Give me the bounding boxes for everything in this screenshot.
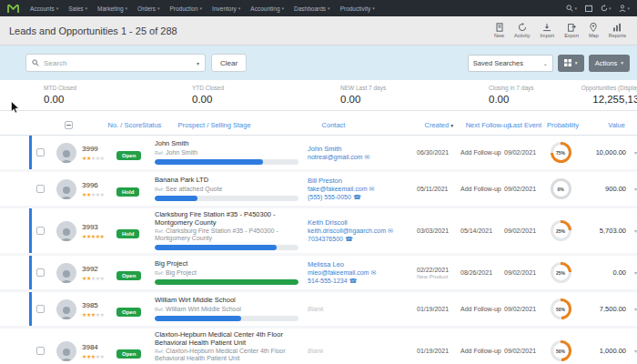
lead-number[interactable]: 3993 <box>82 223 116 231</box>
select-all-checkbox[interactable] <box>65 121 73 129</box>
value-cell: 10,000.00 <box>577 148 626 157</box>
lead-number[interactable]: 3996 <box>82 181 116 189</box>
contact-cell: Bill Prestonfake@fakeemail.com✉(555) 555… <box>308 177 417 201</box>
column-header-status[interactable]: Status <box>142 121 178 129</box>
lead-number[interactable]: 3999 <box>82 145 116 153</box>
kpi-stat: Opportunities (Displayed)12,255,132. <box>511 85 637 105</box>
search-input[interactable] <box>44 59 192 67</box>
import-button[interactable]: Import <box>541 23 555 38</box>
column-header-created[interactable]: Created▼ <box>424 121 465 129</box>
table-row[interactable]: 3996 ★★★★★ Hold Banana Park LTD Ref: See… <box>0 172 637 206</box>
menu-production[interactable]: Production▾ <box>170 5 203 12</box>
next-followup-cell[interactable]: Add Follow-up <box>460 186 504 192</box>
prospect-name: William Wirt Middle School <box>155 297 298 305</box>
menu-sales[interactable]: Sales▾ <box>68 5 87 12</box>
ref-text: Clarksburg Fire Station #35 - P450300 - … <box>155 228 278 241</box>
table-row[interactable]: 3993 ★★★★★ Hold Clarksburg Fire Station … <box>0 208 637 253</box>
next-followup-cell[interactable]: Add Follow-up <box>460 149 504 156</box>
phone-icon[interactable]: ☎ <box>353 194 361 200</box>
row-expand-caret-icon[interactable]: ▾ <box>626 186 637 192</box>
lead-number[interactable]: 3984 <box>82 343 116 351</box>
table-body: 3999 ★★★★★ Open John Smith Ref: John Smi… <box>0 136 637 364</box>
row-expand-caret-icon[interactable]: ▾ <box>626 149 637 156</box>
table-row[interactable]: 3984 ★★★★★ Open Claxton-Hepburn Medical … <box>0 329 637 364</box>
kpi-stat: YTD Closed0.00 <box>192 85 340 110</box>
history-icon[interactable]: ▾ <box>601 5 612 12</box>
reports-button[interactable]: Reports <box>609 23 626 38</box>
new-button[interactable]: New <box>494 23 504 38</box>
menu-inventory[interactable]: Inventory▾ <box>212 5 240 12</box>
user-icon[interactable]: ▾ <box>619 5 630 12</box>
contact-name-link[interactable]: Bill Preston <box>308 177 417 185</box>
next-followup-cell[interactable]: 05/14/2021 <box>460 228 504 234</box>
column-header-value[interactable]: Value <box>579 121 625 129</box>
phone-icon[interactable]: ☎ <box>345 236 353 242</box>
search-box: ▾ <box>25 54 206 72</box>
email-icon[interactable]: ✉ <box>364 154 369 160</box>
menu-accounts[interactable]: Accounts▾ <box>30 5 58 12</box>
contact-name-link[interactable]: Melissa Leo <box>308 260 417 268</box>
menu-productivity[interactable]: Productivity▾ <box>340 5 375 12</box>
table-row[interactable]: 3985 ★★★★★ Open William Wirt Middle Scho… <box>0 292 637 326</box>
actions-button[interactable]: Actions ▾ <box>589 55 630 72</box>
saved-searches-select[interactable]: Saved Searches ⌄ <box>468 55 553 72</box>
email-icon[interactable]: ✉ <box>369 186 374 192</box>
column-header-prospect[interactable]: Prospect / Selling Stage <box>178 121 322 129</box>
created-date: 01/19/2021 <box>417 348 460 354</box>
column-header-last[interactable]: Last Event <box>510 121 547 129</box>
table-row[interactable]: 3992 ★★★★★ Open Big Project Ref: Big Pro… <box>0 256 637 289</box>
row-checkbox[interactable] <box>36 227 45 235</box>
row-expand-caret-icon[interactable]: ▾ <box>626 348 637 354</box>
lead-number[interactable]: 3985 <box>82 301 116 309</box>
search-icon <box>32 59 39 66</box>
column-header-contact[interactable]: Contact <box>322 121 425 129</box>
contact-name-link[interactable]: John Smith <box>308 145 417 153</box>
calendar-icon[interactable] <box>585 5 592 12</box>
row-checkbox[interactable] <box>36 148 45 157</box>
created-date: 06/30/2021 <box>417 149 460 156</box>
clear-button[interactable]: Clear <box>211 54 247 72</box>
contact-cell: Blank <box>308 347 417 355</box>
row-checkbox[interactable] <box>36 347 45 355</box>
column-header-prob[interactable]: Probability <box>547 121 579 129</box>
kpi-stats-bar: MTD Closed0.00YTD Closed0.00NEW Last 7 d… <box>0 80 637 111</box>
email-icon[interactable]: ✉ <box>388 228 393 234</box>
export-button[interactable]: Export <box>564 23 579 38</box>
row-expand-caret-icon[interactable]: ▾ <box>626 306 637 312</box>
page-header: Leads and Opportunities 1 - 25 of 288 Ne… <box>0 16 637 46</box>
avatar <box>56 341 76 361</box>
table-row[interactable]: 3999 ★★★★★ Open John Smith Ref: John Smi… <box>0 136 637 169</box>
value-cell: 0.00 <box>577 268 626 277</box>
phone-icon[interactable]: ☎ <box>349 278 358 284</box>
map-button[interactable]: Map <box>589 23 599 38</box>
row-highlight-bar <box>29 208 32 253</box>
menu-dashboards[interactable]: Dashboards▾ <box>294 5 330 12</box>
main-menu: Accounts▾Sales▾Marketing▾Orders▾Producti… <box>30 5 375 12</box>
email-icon[interactable]: ✉ <box>370 269 376 276</box>
method-logo-icon[interactable] <box>7 4 19 14</box>
row-expand-caret-icon[interactable]: ▾ <box>626 228 637 234</box>
contact-name-link[interactable]: Keith Driscoll <box>308 218 417 227</box>
row-checkbox[interactable] <box>36 268 45 277</box>
action-label: Import <box>541 33 555 38</box>
row-expand-caret-icon[interactable]: ▾ <box>626 269 637 276</box>
row-checkbox[interactable] <box>36 305 45 313</box>
menu-orders[interactable]: Orders▾ <box>137 5 159 12</box>
score-stars: ★★★★★ <box>82 353 116 359</box>
search-icon[interactable]: ▾ <box>566 5 577 12</box>
next-followup-cell[interactable]: Add Follow-up <box>460 306 504 312</box>
row-highlight-bar <box>29 136 32 169</box>
menu-accounting[interactable]: Accounting▾ <box>250 5 284 12</box>
menu-marketing[interactable]: Marketing▾ <box>97 5 127 12</box>
column-header-next[interactable]: Next Follow-up <box>466 121 510 129</box>
avatar <box>56 179 76 199</box>
next-followup-cell[interactable]: 08/26/2021 <box>460 269 504 276</box>
search-dropdown-caret-icon[interactable]: ▾ <box>197 60 199 66</box>
view-grid-button[interactable]: ▾ <box>558 55 584 72</box>
column-header-score[interactable]: No. / Score <box>108 121 143 129</box>
lead-number[interactable]: 3992 <box>82 265 116 273</box>
row-checkbox[interactable] <box>36 185 45 193</box>
next-followup-cell[interactable]: Add Follow-up <box>460 348 504 354</box>
header-action-toolbar: NewActivityImportExportMapReports <box>494 23 626 38</box>
activity-button[interactable]: Activity <box>514 23 530 38</box>
